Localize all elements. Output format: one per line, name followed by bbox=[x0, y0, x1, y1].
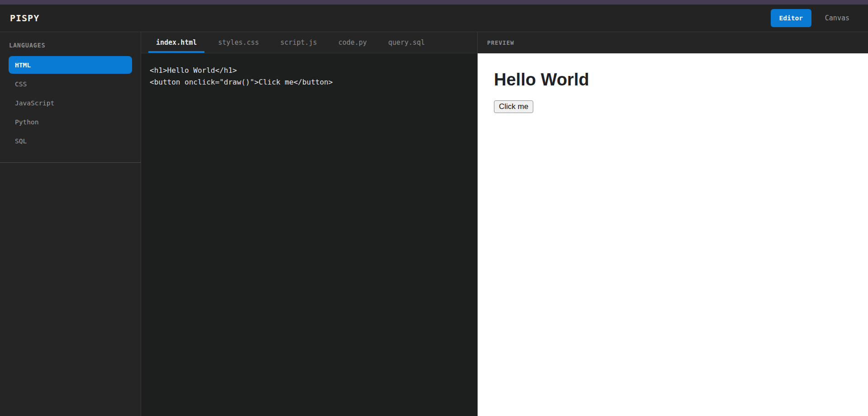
languages-section-title: LANGUAGES bbox=[0, 42, 141, 56]
sidebar-item-sql[interactable]: SQL bbox=[9, 132, 132, 150]
canvas-mode-button[interactable]: Canvas bbox=[825, 14, 849, 22]
code-line: <h1>Hello World</h1> bbox=[150, 65, 469, 76]
code-line: <button onclick="draw()">Click me</butto… bbox=[150, 76, 469, 88]
tab-script-js[interactable]: script.js bbox=[273, 32, 325, 53]
sidebar-item-css[interactable]: CSS bbox=[9, 75, 132, 93]
preview-panel: PREVIEW Hello World Click me bbox=[478, 32, 868, 416]
tab-index-html[interactable]: index.html bbox=[148, 32, 204, 53]
main-area: LANGUAGES HTML CSS JavaScript Python SQL… bbox=[0, 32, 868, 416]
sidebar-item-html[interactable]: HTML bbox=[9, 56, 132, 74]
preview-header: PREVIEW bbox=[478, 32, 868, 53]
app-header: PISPY Editor Canvas bbox=[0, 5, 868, 32]
preview-title: PREVIEW bbox=[487, 39, 514, 46]
app-logo: PISPY bbox=[10, 13, 39, 24]
window-top-strip bbox=[0, 0, 868, 5]
tab-query-sql[interactable]: query.sql bbox=[380, 32, 432, 53]
preview-heading: Hello World bbox=[494, 70, 852, 90]
editor-tab-bar: index.html styles.css script.js code.py … bbox=[141, 32, 477, 53]
languages-section: LANGUAGES HTML CSS JavaScript Python SQL bbox=[0, 32, 141, 163]
app-window: PISPY Editor Canvas LANGUAGES HTML CSS J… bbox=[0, 0, 868, 416]
sidebar-item-javascript[interactable]: JavaScript bbox=[9, 94, 132, 112]
preview-click-me-button[interactable]: Click me bbox=[494, 100, 533, 113]
code-editor[interactable]: <h1>Hello World</h1> <button onclick="dr… bbox=[141, 53, 477, 416]
editor-mode-button[interactable]: Editor bbox=[771, 9, 811, 27]
tab-code-py[interactable]: code.py bbox=[331, 32, 375, 53]
editor-panel: index.html styles.css script.js code.py … bbox=[141, 32, 478, 416]
sidebar-item-python[interactable]: Python bbox=[9, 113, 132, 131]
tab-styles-css[interactable]: styles.css bbox=[210, 32, 266, 53]
languages-sidebar: LANGUAGES HTML CSS JavaScript Python SQL bbox=[0, 32, 141, 416]
preview-content: Hello World Click me bbox=[478, 53, 868, 416]
